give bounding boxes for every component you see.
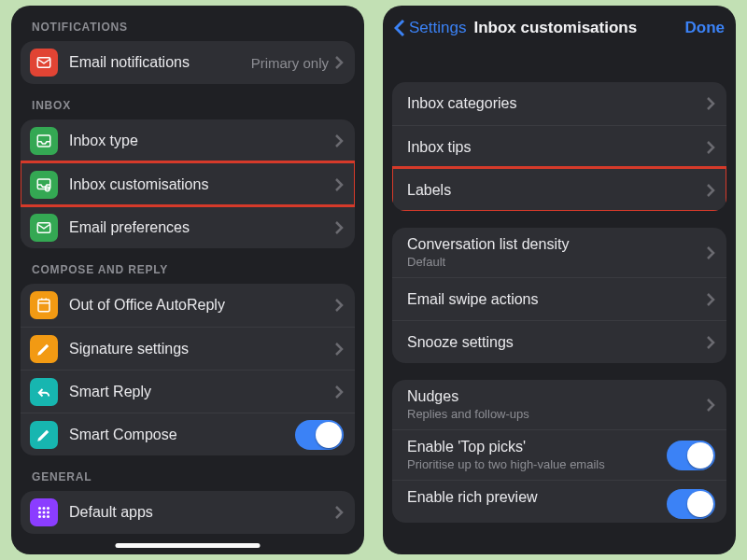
chevron-right-icon: [334, 385, 344, 399]
svg-point-8: [47, 507, 49, 510]
row-inbox-categories[interactable]: Inbox categories: [392, 82, 726, 125]
section-header-compose: COMPOSE AND REPLY: [11, 248, 364, 284]
row-out-of-office[interactable]: Out of Office AutoReply: [21, 284, 355, 327]
page-title: Inbox customisations: [473, 19, 684, 37]
inbox-icon: [30, 127, 58, 155]
back-label: Settings: [409, 19, 466, 37]
svg-point-10: [43, 511, 46, 514]
row-label: Smart Reply: [69, 384, 334, 400]
navbar: Settings Inbox customisations Done: [383, 6, 736, 50]
envelope-icon: [30, 214, 58, 242]
pen-icon: [30, 335, 58, 363]
row-label: Email preferences: [69, 219, 334, 236]
row-label: Inbox customisations: [69, 176, 334, 193]
row-label: Out of Office AutoReply: [69, 297, 334, 314]
chevron-right-icon: [334, 220, 344, 235]
row-email-swipe-actions[interactable]: Email swipe actions: [392, 277, 726, 320]
row-label: Signature settings: [69, 341, 334, 357]
chevron-right-icon: [706, 140, 715, 155]
row-label: Email swipe actions: [407, 291, 706, 308]
row-label: Inbox categories: [407, 95, 706, 112]
row-email-notifications[interactable]: Email notifications Primary only: [21, 41, 355, 84]
chevron-right-icon: [334, 55, 344, 70]
chevron-right-icon: [706, 335, 715, 350]
reply-icon: [30, 378, 58, 406]
row-smart-reply[interactable]: Smart Reply: [21, 370, 355, 413]
top-picks-toggle[interactable]: [667, 441, 715, 470]
row-label: Email notifications: [69, 54, 246, 71]
chevron-right-icon: [334, 505, 344, 520]
row-label: Conversation list density: [407, 236, 706, 253]
row-conversation-density[interactable]: Conversation list density Default: [392, 228, 726, 277]
section-header-inbox: INBOX: [11, 84, 364, 119]
row-snooze-settings[interactable]: Snooze settings: [392, 320, 726, 363]
svg-point-12: [38, 515, 41, 518]
apps-grid-icon: [30, 498, 58, 526]
chevron-right-icon: [706, 245, 715, 260]
svg-point-11: [47, 511, 49, 514]
row-inbox-tips[interactable]: Inbox tips: [392, 125, 726, 168]
back-button[interactable]: Settings: [394, 19, 466, 37]
row-label: Inbox type: [69, 133, 334, 149]
row-label: Default apps: [69, 504, 334, 521]
svg-point-13: [43, 515, 46, 518]
row-enable-top-picks[interactable]: Enable 'Top picks' Prioritise up to two …: [392, 429, 726, 480]
row-label: Nudges: [407, 388, 706, 405]
chevron-right-icon: [334, 177, 344, 192]
row-inbox-type[interactable]: Inbox type: [21, 119, 355, 162]
chevron-right-icon: [706, 292, 715, 307]
svg-point-14: [47, 515, 49, 518]
row-label: Labels: [407, 182, 706, 199]
settings-screen-left: NOTIFICATIONS Email notifications Primar…: [11, 6, 364, 554]
row-label: Smart Compose: [69, 427, 295, 443]
row-default-apps[interactable]: Default apps: [21, 491, 355, 534]
section-header-notifications: NOTIFICATIONS: [11, 6, 364, 41]
calendar-icon: [30, 291, 58, 319]
row-sublabel: Replies and follow-ups: [407, 407, 706, 421]
chevron-right-icon: [706, 398, 715, 413]
chevron-right-icon: [334, 133, 344, 148]
smart-compose-toggle[interactable]: [295, 420, 344, 450]
rich-preview-toggle[interactable]: [667, 489, 715, 519]
done-button[interactable]: Done: [685, 19, 726, 37]
section-header-general: GENERAL: [11, 455, 364, 491]
svg-point-7: [43, 507, 46, 510]
row-inbox-customisations[interactable]: Inbox customisations: [21, 162, 355, 205]
row-labels[interactable]: Labels: [392, 168, 726, 211]
svg-point-6: [38, 507, 41, 510]
mail-icon: [30, 49, 58, 77]
row-nudges[interactable]: Nudges Replies and follow-ups: [392, 380, 726, 429]
row-email-preferences[interactable]: Email preferences: [21, 205, 355, 248]
row-label: Inbox tips: [407, 139, 706, 156]
chevron-right-icon: [706, 183, 715, 198]
home-indicator[interactable]: [116, 543, 261, 548]
inbox-customisations-screen: Settings Inbox customisations Done Inbox…: [383, 6, 736, 554]
chevron-right-icon: [334, 342, 344, 357]
inbox-customise-icon: [30, 171, 58, 199]
svg-point-9: [38, 511, 41, 514]
pencil-icon: [30, 421, 58, 449]
row-signature-settings[interactable]: Signature settings: [21, 327, 355, 370]
row-sublabel: Prioritise up to two high-value emails: [407, 457, 667, 471]
row-value: Primary only: [251, 55, 329, 71]
row-enable-rich-preview[interactable]: Enable rich preview: [392, 480, 726, 523]
chevron-right-icon: [334, 298, 344, 313]
row-label: Enable 'Top picks': [407, 439, 667, 455]
svg-rect-5: [38, 300, 49, 312]
row-sublabel: Default: [407, 255, 706, 269]
chevron-right-icon: [706, 96, 715, 111]
row-smart-compose[interactable]: Smart Compose: [21, 413, 355, 455]
row-label: Snooze settings: [407, 334, 706, 351]
row-label: Enable rich preview: [407, 489, 667, 506]
